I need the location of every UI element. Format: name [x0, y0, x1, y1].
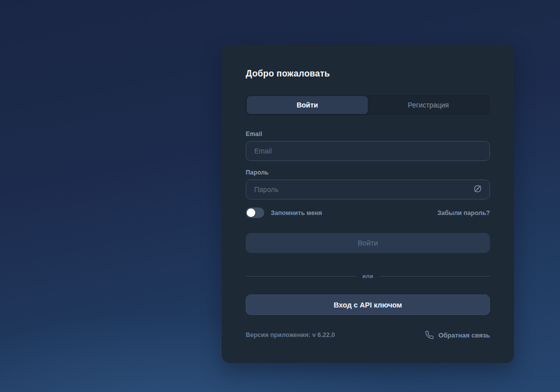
- email-field-wrap: [246, 141, 490, 161]
- tab-login[interactable]: Войти: [247, 96, 368, 114]
- password-field[interactable]: [246, 180, 490, 200]
- card-footer: Версия приложения: v 6.22.0 Обратная свя…: [246, 330, 490, 340]
- email-label: Email: [246, 130, 490, 138]
- page-title: Добро пожаловать: [246, 68, 490, 79]
- login-page: { "card": { "title": "Добро пожаловать" …: [0, 0, 560, 392]
- divider-label: или: [362, 273, 373, 279]
- auth-card: Добро пожаловать Войти Регистрация Email…: [222, 44, 514, 363]
- remember-me-label: Запомнить меня: [271, 210, 322, 216]
- password-field-wrap: [246, 180, 490, 200]
- or-divider: или: [246, 273, 490, 279]
- toggle-password-visibility-button[interactable]: [468, 180, 487, 200]
- api-key-login-button[interactable]: Вход с API ключом: [246, 294, 490, 315]
- phone-icon: [425, 330, 434, 340]
- eye-off-icon: [472, 184, 483, 196]
- password-label: Пароль: [246, 169, 490, 176]
- toggle-knob: [247, 208, 255, 217]
- feedback-link[interactable]: Обратная связь: [425, 330, 490, 340]
- options-row: Запомнить меня Забыли пароль?: [246, 208, 490, 218]
- tab-register[interactable]: Регистрация: [368, 96, 489, 114]
- remember-me-toggle[interactable]: [246, 208, 264, 218]
- login-submit-button[interactable]: Войти: [246, 233, 490, 253]
- email-field[interactable]: [246, 141, 490, 161]
- divider-line-right: [380, 276, 490, 276]
- auth-tabbar: Войти Регистрация: [246, 95, 490, 115]
- feedback-label: Обратная связь: [438, 332, 490, 339]
- app-version-text: Версия приложения: v 6.22.0: [246, 332, 335, 338]
- divider-line-left: [246, 276, 356, 276]
- remember-me-group: Запомнить меня: [246, 208, 322, 218]
- forgot-password-link[interactable]: Забыли пароль?: [437, 210, 490, 216]
